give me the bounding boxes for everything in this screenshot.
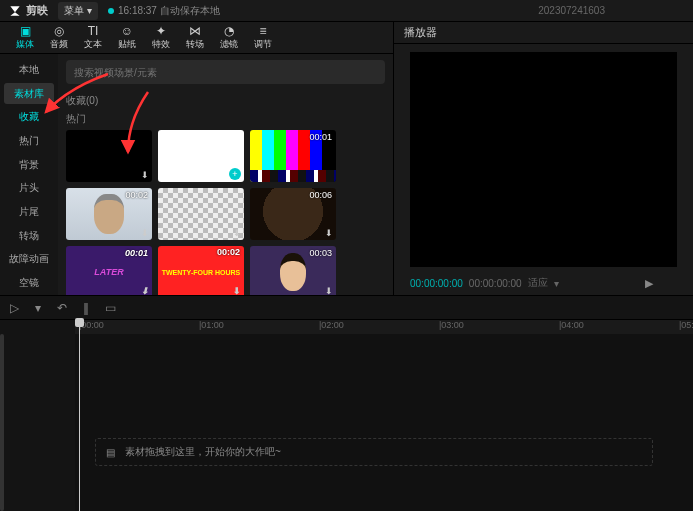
sidebar-item-2[interactable]: 收藏 bbox=[4, 106, 54, 128]
clip-duration: 00:02 bbox=[217, 248, 240, 257]
tab-icon: ▣ bbox=[20, 25, 31, 37]
tab-调节[interactable]: ≡调节 bbox=[246, 23, 280, 53]
chevron-down-icon: ▾ bbox=[87, 5, 92, 16]
favorites-heading: 收藏(0) bbox=[66, 94, 385, 108]
download-icon[interactable]: ⬇ bbox=[141, 228, 149, 238]
tab-icon: ☺ bbox=[121, 25, 133, 37]
download-icon[interactable]: ⬇ bbox=[233, 228, 241, 238]
play-button[interactable]: ▶ bbox=[645, 277, 653, 290]
ruler-tick: |03:00 bbox=[439, 320, 464, 330]
download-icon[interactable]: ⬇ bbox=[325, 286, 333, 295]
chevron-down-icon: ▾ bbox=[554, 278, 559, 289]
logo-icon bbox=[8, 4, 22, 18]
clip-grid: ⬇+00:01⬇00:02⬇⬇00:06⬇LATER00:01⬇TWENTY-F… bbox=[66, 130, 385, 295]
media-content: 收藏(0) 热门 ⬇+00:01⬇00:02⬇⬇00:06⬇LATER00:01… bbox=[58, 54, 393, 295]
sidebar-item-8[interactable]: 故障动画 bbox=[4, 249, 54, 271]
download-icon[interactable]: ⬇ bbox=[325, 170, 333, 180]
player-canvas[interactable] bbox=[410, 52, 677, 267]
clip-thumbnail[interactable]: TWENTY-FOUR HOURS00:02⬇ bbox=[158, 246, 244, 295]
sidebar-item-3[interactable]: 热门 bbox=[4, 130, 54, 152]
sidebar-item-4[interactable]: 背景 bbox=[4, 154, 54, 176]
clip-thumbnail[interactable]: + bbox=[158, 130, 244, 182]
timeline-ruler[interactable]: |00:00|01:00|02:00|03:00|04:00|05:00 bbox=[75, 320, 693, 334]
tab-转场[interactable]: ⋈转场 bbox=[178, 23, 212, 53]
clip-thumbnail[interactable]: LATER00:01⬇ bbox=[66, 246, 152, 295]
zoom-label[interactable]: 适应 bbox=[528, 276, 548, 290]
search-input[interactable] bbox=[66, 60, 385, 84]
download-icon[interactable]: ⬇ bbox=[325, 228, 333, 238]
tab-icon: TI bbox=[88, 25, 99, 37]
clip-thumbnail[interactable]: 00:02⬇ bbox=[66, 188, 152, 240]
clip-icon: ▤ bbox=[106, 447, 115, 458]
ruler-tick: |02:00 bbox=[319, 320, 344, 330]
clip-duration: 00:03 bbox=[309, 248, 332, 258]
total-time: 00:00:00:00 bbox=[469, 278, 522, 289]
app-logo: 剪映 bbox=[8, 3, 48, 18]
clip-duration: 00:01 bbox=[309, 132, 332, 142]
download-icon[interactable]: ⬇ bbox=[233, 287, 241, 295]
player-title: 播放器 bbox=[394, 22, 693, 44]
delete-button[interactable]: ▭ bbox=[105, 301, 116, 315]
timeline-panel: ▷ ▾ ↶ ‖ ▭ |00:00|01:00|02:00|03:00|04:00… bbox=[0, 295, 693, 511]
clip-thumbnail[interactable]: ⬇ bbox=[158, 188, 244, 240]
sidebar-item-9[interactable]: 空镜 bbox=[4, 272, 54, 294]
status-dot-icon bbox=[108, 8, 114, 14]
current-time: 00:00:00:00 bbox=[410, 278, 463, 289]
sidebar-item-0[interactable]: 本地 bbox=[4, 59, 54, 81]
timeline-toolbar: ▷ ▾ ↶ ‖ ▭ bbox=[0, 296, 693, 320]
player-panel: 播放器 00:00:00:00 00:00:00:00 适应 ▾ ▶ bbox=[393, 22, 693, 295]
tab-文本[interactable]: TI文本 bbox=[76, 23, 110, 53]
add-clip-button[interactable]: + bbox=[229, 168, 241, 180]
sidebar-item-7[interactable]: 转场 bbox=[4, 225, 54, 247]
tab-icon: ⋈ bbox=[189, 25, 201, 37]
project-id: 202307241603 bbox=[538, 5, 605, 16]
menu-dropdown[interactable]: 菜单 ▾ bbox=[58, 2, 98, 20]
tab-icon: ◎ bbox=[54, 25, 64, 37]
clip-thumbnail[interactable]: ⬇ bbox=[66, 130, 152, 182]
drop-hint: ▤ 素材拖拽到这里，开始你的大作吧~ bbox=[95, 438, 653, 466]
category-sidebar: 本地素材库收藏热门背景片头片尾转场故障动画空镜 bbox=[0, 54, 58, 295]
sidebar-item-1[interactable]: 素材库 bbox=[4, 83, 54, 105]
tab-滤镜[interactable]: ◔滤镜 bbox=[212, 23, 246, 53]
clip-duration: 00:02 bbox=[125, 190, 148, 200]
playhead[interactable] bbox=[79, 320, 80, 511]
download-icon[interactable]: ⬇ bbox=[141, 170, 149, 180]
clip-thumbnail[interactable]: 00:03⬇ bbox=[250, 246, 336, 295]
sidebar-item-5[interactable]: 片头 bbox=[4, 178, 54, 200]
clip-duration: 00:06 bbox=[309, 190, 332, 200]
chevron-down-icon[interactable]: ▾ bbox=[35, 301, 41, 315]
timeline-body: |00:00|01:00|02:00|03:00|04:00|05:00 ▤ 素… bbox=[0, 320, 693, 511]
app-name: 剪映 bbox=[26, 3, 48, 18]
clip-thumbnail[interactable]: 00:06⬇ bbox=[250, 188, 336, 240]
clip-thumbnail[interactable]: 00:01⬇ bbox=[250, 130, 336, 182]
track-area[interactable]: |00:00|01:00|02:00|03:00|04:00|05:00 ▤ 素… bbox=[75, 320, 693, 511]
autosave-status: 16:18:37 自动保存本地 bbox=[108, 4, 220, 18]
ruler-tick: |05:00 bbox=[679, 320, 693, 330]
cut-tool[interactable]: ‖ bbox=[83, 301, 89, 315]
ruler-tick: |01:00 bbox=[199, 320, 224, 330]
tab-特效[interactable]: ✦特效 bbox=[144, 23, 178, 53]
tab-贴纸[interactable]: ☺贴纸 bbox=[110, 23, 144, 53]
download-icon[interactable]: ⬇ bbox=[141, 286, 149, 295]
track-header-area bbox=[0, 320, 75, 511]
ruler-tick: |04:00 bbox=[559, 320, 584, 330]
select-tool[interactable]: ▷ bbox=[10, 301, 19, 315]
sidebar-item-6[interactable]: 片尾 bbox=[4, 201, 54, 223]
main-tabs: ▣媒体◎音频TI文本☺贴纸✦特效⋈转场◔滤镜≡调节 bbox=[0, 22, 393, 54]
tab-媒体[interactable]: ▣媒体 bbox=[8, 23, 42, 53]
tab-icon: ✦ bbox=[156, 25, 166, 37]
media-panel: ▣媒体◎音频TI文本☺贴纸✦特效⋈转场◔滤镜≡调节 本地素材库收藏热门背景片头片… bbox=[0, 22, 393, 295]
clip-duration: 00:01 bbox=[125, 248, 148, 258]
undo-button[interactable]: ↶ bbox=[57, 301, 67, 315]
hot-heading: 热门 bbox=[66, 112, 385, 126]
titlebar: 剪映 菜单 ▾ 16:18:37 自动保存本地 202307241603 bbox=[0, 0, 693, 22]
tab-icon: ◔ bbox=[224, 25, 234, 37]
vertical-scrollbar[interactable] bbox=[0, 334, 4, 511]
tab-icon: ≡ bbox=[259, 25, 266, 37]
player-controls: 00:00:00:00 00:00:00:00 适应 ▾ ▶ bbox=[394, 271, 693, 295]
tab-音频[interactable]: ◎音频 bbox=[42, 23, 76, 53]
